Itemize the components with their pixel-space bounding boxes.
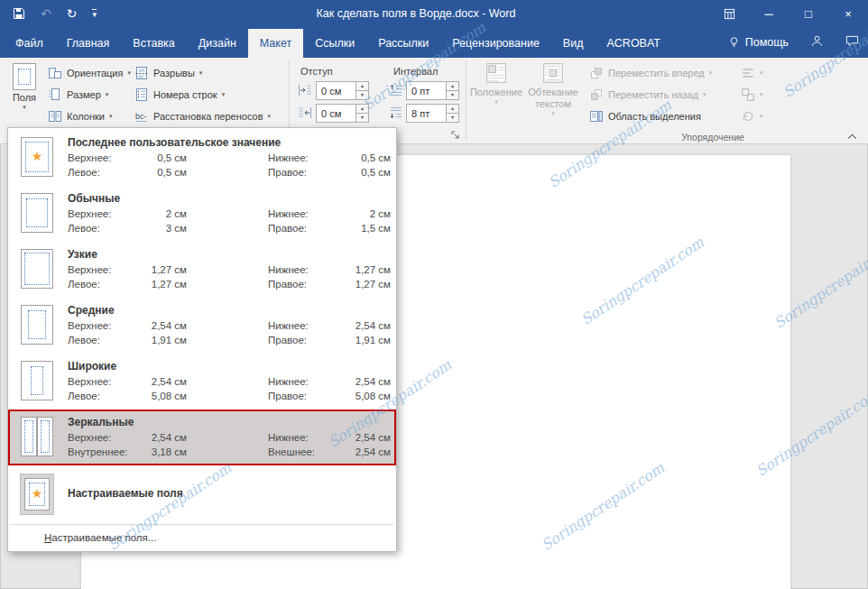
margin-field-label: Правое: xyxy=(268,333,338,347)
margins-preset-title: Зеркальные xyxy=(68,415,391,430)
tab-design[interactable]: Дизайн xyxy=(187,29,248,58)
indent-left-icon xyxy=(298,83,312,97)
indent-left-value[interactable]: 0 см xyxy=(316,81,356,100)
margin-field-label: Нижнее: xyxy=(268,151,338,165)
tab-layout[interactable]: Макет xyxy=(248,29,303,58)
send-backward-icon xyxy=(589,87,604,102)
indent-right-field[interactable]: 0 см ▴▾ xyxy=(316,104,369,123)
spacing-after-icon xyxy=(389,106,403,120)
position-button[interactable]: Положение ▾ xyxy=(471,61,522,106)
margins-button[interactable]: Поля ▾ xyxy=(5,60,44,129)
columns-label: Колонки xyxy=(67,111,105,122)
maximize-button[interactable]: □ xyxy=(789,0,828,27)
spin-up-button[interactable]: ▴ xyxy=(447,81,459,91)
save-button[interactable] xyxy=(13,7,25,20)
page-size-icon xyxy=(48,87,62,102)
send-backward-button[interactable]: Переместить назад ▾ xyxy=(586,85,709,104)
wrap-text-button[interactable]: Обтекание текстом ▾ xyxy=(525,61,581,117)
spin-up-button[interactable]: ▴ xyxy=(447,104,459,114)
group-objects-button[interactable]: ▾ xyxy=(738,85,766,104)
indent-left-field[interactable]: 0 см ▴▾ xyxy=(316,81,369,100)
indent-right-value[interactable]: 0 см xyxy=(316,104,356,123)
chevron-down-icon: ▾ xyxy=(109,113,113,120)
tab-review[interactable]: Рецензирование xyxy=(440,29,551,58)
margin-field-value: 1,91 см xyxy=(338,333,391,347)
tab-file[interactable]: Файл xyxy=(4,29,55,58)
chevron-down-icon: ▾ xyxy=(199,69,203,77)
spacing-before-field[interactable]: 0 пт ▴▾ xyxy=(406,81,459,100)
comments-button[interactable] xyxy=(845,34,859,51)
spin-down-button[interactable]: ▾ xyxy=(356,114,369,123)
tab-acrobat[interactable]: ACROBAT xyxy=(595,29,672,58)
ribbon-display-options-button[interactable] xyxy=(709,0,749,27)
undo-button[interactable]: ↶ xyxy=(41,7,51,20)
margin-field-label: Левое: xyxy=(68,277,140,291)
columns-button[interactable]: Колонки ▾ xyxy=(45,106,115,125)
tab-view[interactable]: Вид xyxy=(551,29,596,58)
spacing-after-field[interactable]: 8 пт ▴▾ xyxy=(406,104,459,123)
margins-preset-icon xyxy=(21,193,53,233)
selection-pane-button[interactable]: Область выделения xyxy=(586,106,704,125)
margins-preset-values-row: Левое:0,5 смПравое:0,5 см xyxy=(68,165,391,179)
spacing-after-value[interactable]: 8 пт xyxy=(406,104,447,123)
margin-field-label: Правое: xyxy=(268,277,338,291)
tab-references[interactable]: Ссылки xyxy=(303,29,366,58)
margins-preset-star[interactable]: ★Последнее пользовательское значениеВерх… xyxy=(8,130,396,186)
hyphenation-button[interactable]: bc- Расстановка переносов ▾ xyxy=(132,106,273,125)
line-numbers-button[interactable]: Номера строк ▾ xyxy=(132,85,227,104)
window-controls: ─ □ × xyxy=(709,0,868,27)
margins-preset-narrow[interactable]: УзкиеВерхнее:1,27 смНижнее:1,27 смЛевое:… xyxy=(8,242,396,298)
margin-field-value: 1,91 см xyxy=(140,333,187,347)
margins-preset-title: Узкие xyxy=(68,247,391,262)
margin-field-value: 1,27 см xyxy=(338,277,391,291)
tab-home[interactable]: Главная xyxy=(55,29,122,58)
margins-preset-mirrored[interactable]: ЗеркальныеВерхнее:2,54 смНижнее:2,54 смВ… xyxy=(8,410,396,465)
margin-field-value: 0,5 см xyxy=(140,151,187,165)
tabbar-right: Помощь xyxy=(728,27,859,58)
close-button[interactable]: × xyxy=(828,0,868,27)
tab-insert[interactable]: Вставка xyxy=(121,29,186,58)
bring-forward-button[interactable]: Переместить вперед ▾ xyxy=(586,63,715,82)
minimize-button[interactable]: ─ xyxy=(749,0,789,27)
position-icon xyxy=(485,61,508,85)
margin-field-value: 2,54 см xyxy=(140,430,187,445)
margins-preset-custom[interactable]: ★Настраиваемые поля xyxy=(8,465,396,521)
align-objects-button[interactable]: ▾ xyxy=(738,63,766,82)
redo-button[interactable]: ↻ xyxy=(67,7,78,20)
indent-left-spinner: ▴▾ xyxy=(356,81,369,100)
margin-field-label: Левое: xyxy=(68,389,140,403)
hyphenation-label: Расстановка переносов xyxy=(153,111,263,122)
breaks-button[interactable]: Разрывы ▾ xyxy=(132,63,205,82)
margin-field-value: 3,18 см xyxy=(140,445,187,459)
margins-preset-icon xyxy=(21,305,53,345)
margin-field-label: Внутреннее: xyxy=(68,445,140,459)
margin-field-value: 2 см xyxy=(338,207,391,221)
margin-field-value: 0,5 см xyxy=(338,151,391,165)
selection-pane-label: Область выделения xyxy=(608,111,701,122)
orientation-button[interactable]: Ориентация ▾ xyxy=(45,63,134,82)
margins-preset-moderate[interactable]: СредниеВерхнее:2,54 смНижнее:2,54 смЛево… xyxy=(8,298,396,354)
margins-preset-normal[interactable]: ОбычныеВерхнее:2 смНижнее:2 смЛевое:3 см… xyxy=(8,186,396,242)
collapse-ribbon-button[interactable] xyxy=(847,133,857,140)
line-numbers-icon xyxy=(134,87,149,102)
spin-down-button[interactable]: ▾ xyxy=(447,114,459,123)
custom-margins-command[interactable]: Настраиваемые поля... xyxy=(8,525,396,551)
spin-down-button[interactable]: ▾ xyxy=(447,91,459,100)
margins-preset-wide[interactable]: ШирокиеВерхнее:2,54 смНижнее:2,54 смЛево… xyxy=(8,354,396,410)
spin-up-button[interactable]: ▴ xyxy=(356,81,369,91)
size-button[interactable]: Размер ▾ xyxy=(45,85,111,104)
rotate-objects-button[interactable]: ▾ xyxy=(738,106,766,125)
margin-field-label: Верхнее: xyxy=(68,318,140,333)
account-button[interactable] xyxy=(810,34,824,51)
spin-down-button[interactable]: ▾ xyxy=(356,91,369,100)
star-icon: ★ xyxy=(32,150,43,162)
spacing-group-label: Интервал xyxy=(393,66,438,77)
tab-mailings[interactable]: Рассылки xyxy=(366,29,440,58)
spacing-before-value[interactable]: 0 пт xyxy=(406,81,447,100)
customize-qat-button[interactable]: ▾ xyxy=(92,9,97,19)
paragraph-dialog-launcher[interactable] xyxy=(451,131,460,140)
tell-me-button[interactable]: Помощь xyxy=(728,36,789,49)
spin-up-button[interactable]: ▴ xyxy=(356,104,369,114)
margin-field-value: 1,27 см xyxy=(140,277,187,291)
margins-preset-values-row: Левое:1,91 смПравое:1,91 см xyxy=(68,333,391,347)
